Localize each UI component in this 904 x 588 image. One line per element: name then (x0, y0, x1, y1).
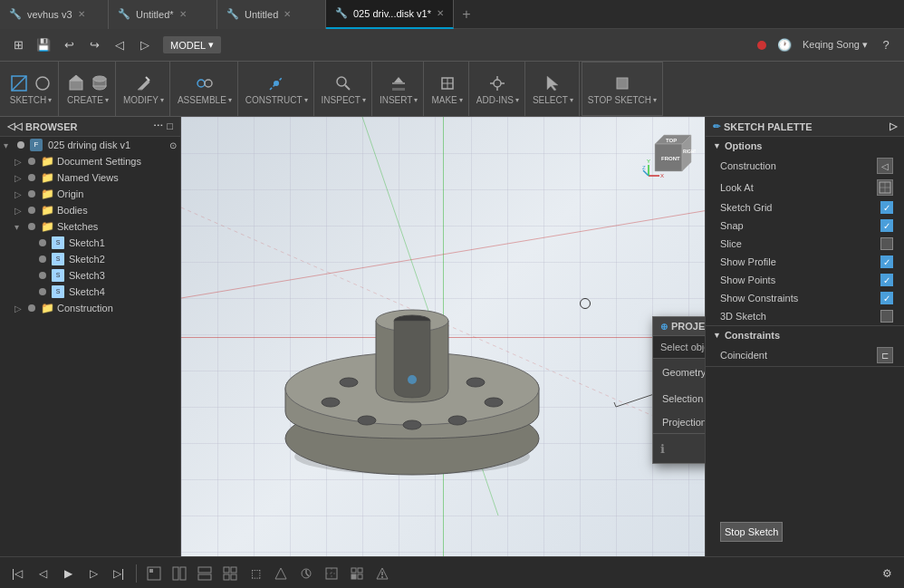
show-constraints-checkbox[interactable]: ✓ (880, 292, 893, 304)
palette-header: ✏ SKETCH PALETTE ▷ (706, 117, 904, 137)
bt-icon10[interactable] (372, 564, 392, 583)
palette-section-constraints: ▼ Constraints Coincident ⊏ (706, 326, 904, 367)
stop-sketch-palette-button[interactable]: Stop Sketch (720, 522, 783, 542)
bt-icon5[interactable]: ⬚ (245, 564, 265, 583)
tab-close[interactable]: ✕ (437, 8, 444, 18)
tree-folder-origin: 📁 (41, 188, 54, 200)
bt-settings-icon[interactable]: ⚙ (877, 564, 897, 583)
toolbar-group-assemble[interactable]: ASSEMBLE ▾ (172, 62, 238, 116)
filter-label: Selection Filter (662, 393, 705, 404)
canvas-area[interactable]: 15.00 (181, 117, 705, 556)
coincident-icon-btn[interactable]: ⊏ (877, 347, 893, 363)
toolbar-group-select[interactable]: SELECT ▾ (527, 62, 580, 116)
tree-bullet-sketches (28, 223, 35, 230)
sidebar-collapse-btn[interactable]: □ (167, 120, 173, 132)
snap-label: Snap (720, 220, 744, 231)
insert-chevron: ▾ (414, 96, 418, 104)
bt-icon6[interactable] (271, 564, 291, 583)
bt-icon1[interactable] (144, 564, 164, 583)
sidebar-collapse-icon[interactable]: ◁◁ (7, 120, 22, 132)
grid-icon[interactable]: ⊞ (7, 34, 29, 56)
sidebar-settings-icon[interactable]: ⋯ (153, 120, 163, 132)
new-tab-button[interactable]: + (454, 6, 479, 23)
tree-item-named-views[interactable]: ▷ 📁 Named Views (11, 169, 180, 186)
bt-next-btn[interactable]: ▷ (83, 564, 103, 583)
tab-close[interactable]: ✕ (284, 9, 291, 19)
model-button[interactable]: MODEL ▾ (163, 36, 221, 53)
redo-icon[interactable]: ↪ (83, 34, 105, 56)
bt-forward-btn[interactable]: ▷| (109, 564, 129, 583)
info-icon[interactable]: ℹ (660, 442, 665, 456)
save-icon[interactable]: 💾 (33, 34, 54, 56)
bt-icon4[interactable] (220, 564, 240, 583)
tab-vevhus[interactable]: 🔧 vevhus v3 ✕ (0, 0, 109, 29)
clock-icon[interactable]: 🕐 (774, 34, 795, 56)
toolbar-group-inspect[interactable]: INSPECT ▾ (316, 62, 372, 116)
lookat-icon-btn[interactable] (877, 179, 893, 196)
3d-sketch-checkbox[interactable] (880, 310, 893, 323)
snap-checkbox[interactable]: ✓ (880, 219, 893, 232)
tree-item-root[interactable]: ▾ F 025 driving disk v1 ⊙ (0, 137, 180, 153)
slice-label: Slice (720, 238, 742, 249)
palette-expand-icon[interactable]: ▷ (890, 120, 897, 132)
undo-icon[interactable]: ↩ (58, 34, 80, 56)
help-icon[interactable]: ? (875, 34, 897, 56)
tree-item-doc-settings[interactable]: ▷ 📁 Document Settings (11, 153, 180, 169)
palette-row-coincident: Coincident ⊏ (706, 344, 904, 366)
sketch3-icon: S (52, 269, 64, 282)
bt-icon8[interactable] (322, 564, 341, 583)
show-profile-checkbox[interactable]: ✓ (880, 255, 893, 268)
svg-rect-70 (173, 567, 178, 580)
tab-close[interactable]: ✕ (179, 9, 187, 19)
toolbar-group-make[interactable]: MAKE ▾ (426, 62, 468, 116)
view-cube[interactable]: TOP FRONT RIGHT X Y Z (641, 126, 696, 180)
tree-item-sketch3[interactable]: ▷ S Sketch3 (22, 267, 180, 284)
slice-checkbox[interactable] (880, 237, 893, 250)
bt-back-btn[interactable]: |◁ (7, 564, 27, 583)
make-icon (438, 73, 457, 93)
toolbar-group-sketch[interactable]: SKETCH ▾ (4, 62, 59, 116)
toolbar-group-addins[interactable]: ADD-INS ▾ (471, 62, 525, 116)
toolbar-group-construct[interactable]: CONSTRUCT ▾ (240, 62, 314, 116)
tree-bullet-s2 (39, 255, 46, 263)
toolbar-group-stop-sketch[interactable]: STOP SKETCH ▾ (582, 62, 663, 116)
palette-row-lookat: Look At (706, 177, 904, 198)
tab-untitled1[interactable]: 🔧 Untitled* ✕ (109, 0, 217, 29)
show-points-checkbox[interactable]: ✓ (880, 274, 893, 286)
tree-item-bodies[interactable]: ▷ 📁 Bodies (11, 202, 180, 218)
bt-icon3[interactable] (195, 564, 215, 583)
tab-icon: 🔧 (9, 8, 22, 20)
bt-prev-btn[interactable]: ◁ (33, 564, 53, 583)
toolbar-group-create[interactable]: CREATE ▾ (61, 62, 116, 116)
bt-icon9[interactable] (347, 564, 367, 583)
root-file-icon: F (30, 139, 43, 151)
tab-untitled2[interactable]: 🔧 Untitled ✕ (217, 0, 326, 29)
svg-rect-87 (351, 574, 356, 579)
svg-line-1 (12, 76, 26, 91)
tree-item-sketch4[interactable]: ▷ S Sketch4 (22, 284, 180, 300)
tree-item-sketch2[interactable]: ▷ S Sketch2 (22, 251, 180, 267)
options-header[interactable]: ▼ Options (706, 137, 904, 155)
bt-play-btn[interactable]: ▶ (58, 564, 78, 583)
bt-icon2[interactable] (169, 564, 189, 583)
select-label: SELECT (533, 95, 568, 105)
palette-row-show-profile: Show Profile ✓ (706, 253, 904, 271)
tree-item-sketches[interactable]: ▾ 📁 Sketches (11, 218, 180, 235)
tree-item-origin[interactable]: ▷ 📁 Origin (11, 186, 180, 202)
tab-025-disk[interactable]: 🔧 025 driv...disk v1* ✕ (326, 0, 454, 29)
toolbar-group-modify[interactable]: MODIFY ▾ (118, 62, 170, 116)
svg-point-42 (448, 416, 466, 425)
arrow-right-icon[interactable]: ▷ (134, 34, 156, 56)
tab-close[interactable]: ✕ (78, 9, 85, 19)
arrow-left-icon[interactable]: ◁ (109, 34, 130, 56)
bt-icon7[interactable] (296, 564, 316, 583)
tree-label-s2: Sketch2 (69, 254, 105, 265)
tab-label: Untitled (245, 9, 278, 20)
constraints-header[interactable]: ▼ Constraints (706, 326, 904, 344)
toolbar-group-insert[interactable]: INSERT ▾ (374, 62, 425, 116)
tree-item-sketch1[interactable]: ▷ S Sketch1 (22, 235, 180, 251)
sketch-grid-checkbox[interactable]: ✓ (880, 201, 893, 214)
construction-icon-btn[interactable]: ◁ (877, 158, 893, 174)
construct-chevron: ▾ (304, 96, 308, 104)
tree-item-construction[interactable]: ▷ 📁 Construction (11, 300, 180, 316)
